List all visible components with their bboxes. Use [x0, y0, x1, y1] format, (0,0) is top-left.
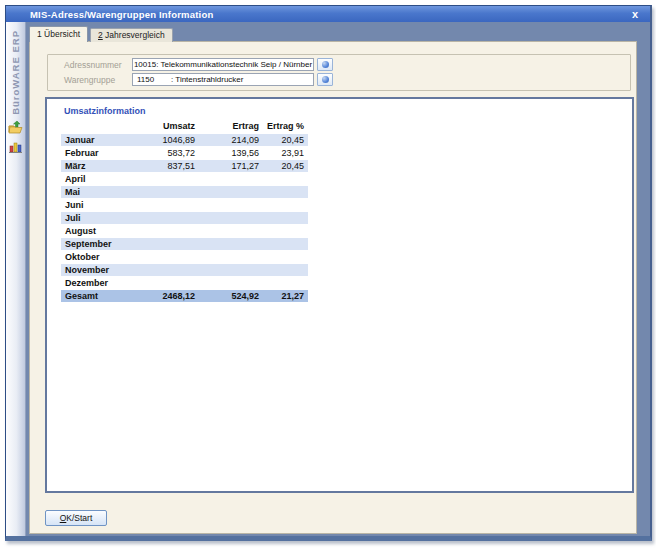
ertrag-cell [199, 173, 263, 185]
warengruppe-row: Warengruppe 1150 : Tintenstrahldrucker [48, 73, 630, 86]
chart-icon[interactable] [7, 139, 24, 155]
ertrag-pct-cell [263, 251, 308, 263]
table-row: Juli [61, 212, 308, 224]
ertrag-cell [199, 212, 263, 224]
ertrag-cell [199, 199, 263, 211]
table-row: Juni [61, 199, 308, 211]
lookup-orb-icon [322, 61, 329, 68]
umsatz-cell [139, 264, 199, 276]
umsatz-cell [139, 238, 199, 250]
month-cell: Juli [61, 212, 139, 224]
ertrag-cell: 524,92 [199, 290, 263, 302]
month-cell: April [61, 173, 139, 185]
adressnummer-row: Adressnummer 10015: Telekommunikationste… [48, 58, 630, 71]
ertrag-pct-cell [263, 277, 308, 289]
umsatz-cell [139, 212, 199, 224]
table-row: Mai [61, 186, 308, 198]
umsatz-cell [139, 277, 199, 289]
month-cell: November [61, 264, 139, 276]
month-cell: September [61, 238, 139, 250]
ertrag-pct-cell: 20,45 [263, 160, 308, 172]
brand-sidebar: BüroWARE ERP [6, 22, 26, 536]
table-row: Februar 583,72 139,56 23,91 [61, 147, 308, 159]
warengruppe-label: Warengruppe [64, 75, 132, 85]
umsatz-cell [139, 173, 199, 185]
content-panel: Adressnummer 10015: Telekommunikationste… [29, 41, 637, 534]
titlebar: MIS-Adress/Warengruppen Information x [6, 6, 650, 22]
umsatz-cell: 1046,89 [139, 134, 199, 146]
ertrag-pct-cell [263, 199, 308, 211]
table-row: Gesamt 2468,12 524,92 21,27 [61, 290, 308, 302]
table-row: September [61, 238, 308, 250]
lookup-orb-icon [322, 76, 329, 83]
ertrag-cell: 139,56 [199, 147, 263, 159]
month-cell: Mai [61, 186, 139, 198]
ertrag-cell [199, 277, 263, 289]
month-cell: Juni [61, 199, 139, 211]
umsatz-cell: 583,72 [139, 147, 199, 159]
ertrag-pct-cell: 23,91 [263, 147, 308, 159]
month-cell: August [61, 225, 139, 237]
ertrag-pct-cell: 20,45 [263, 134, 308, 146]
ertrag-pct-cell [263, 212, 308, 224]
table-row: November [61, 264, 308, 276]
col-header-umsatz: Umsatz [139, 120, 199, 132]
tab-bar: 1 Übersicht 2 Jahresvergleich [29, 26, 173, 42]
ok-start-button[interactable]: OK/Start [45, 510, 107, 526]
open-folder-icon[interactable] [7, 119, 24, 135]
table-row: August [61, 225, 308, 237]
table-row: April [61, 173, 308, 185]
month-cell: März [61, 160, 139, 172]
ertrag-pct-cell [263, 186, 308, 198]
tab-uebersicht[interactable]: 1 Übersicht [29, 26, 88, 42]
col-header-ertrag-pct: Ertrag % [263, 120, 308, 132]
month-cell: Gesamt [61, 290, 139, 302]
ertrag-pct-cell: 21,27 [263, 290, 308, 302]
ertrag-cell: 214,09 [199, 134, 263, 146]
ertrag-cell [199, 251, 263, 263]
ertrag-cell [199, 264, 263, 276]
ertrag-cell: 171,27 [199, 160, 263, 172]
table-row: Dezember [61, 277, 308, 289]
app-window: MIS-Adress/Warengruppen Information x Bü… [5, 5, 652, 541]
table-body: Januar 1046,89 214,09 20,45 Februar 583,… [61, 134, 308, 302]
adressnummer-field[interactable]: 10015: Telekommunikationstechnik Seip / … [132, 58, 314, 71]
window-body: BüroWARE ERP 1 Übersicht [6, 22, 650, 536]
tab-jahresvergleich[interactable]: 2 Jahresvergleich [90, 28, 173, 42]
month-cell: Februar [61, 147, 139, 159]
umsatz-cell: 837,51 [139, 160, 199, 172]
ertrag-pct-cell [263, 225, 308, 237]
umsatz-cell: 2468,12 [139, 290, 199, 302]
adressnummer-label: Adressnummer [64, 60, 132, 70]
table-row: Oktober [61, 251, 308, 263]
month-cell: Januar [61, 134, 139, 146]
warengruppe-field[interactable]: 1150 : Tintenstrahldrucker [132, 73, 314, 86]
umsatz-cell [139, 186, 199, 198]
month-cell: Oktober [61, 251, 139, 263]
month-cell: Dezember [61, 277, 139, 289]
col-header-ertrag: Ertrag [199, 120, 263, 132]
ertrag-cell [199, 186, 263, 198]
umsatz-cell [139, 225, 199, 237]
adressnummer-lookup-button[interactable] [317, 58, 333, 71]
ertrag-pct-cell [263, 238, 308, 250]
ertrag-cell [199, 225, 263, 237]
ertrag-pct-cell [263, 264, 308, 276]
table-row: Januar 1046,89 214,09 20,45 [61, 134, 308, 146]
table-header-row: Umsatz Ertrag Ertrag % [61, 120, 308, 132]
window-title: MIS-Adress/Warengruppen Information [6, 9, 213, 20]
umsatz-table: Umsatz Ertrag Ertrag % Januar 1046,89 21… [61, 120, 308, 303]
selection-groupbox: Adressnummer 10015: Telekommunikationste… [47, 54, 631, 91]
umsatz-cell [139, 251, 199, 263]
umsatz-cell [139, 199, 199, 211]
warengruppe-lookup-button[interactable] [317, 73, 333, 86]
umsatz-report-panel: Umsatzinformation Umsatz Ertrag Ertrag %… [45, 97, 634, 493]
brand-vertical-label: BüroWARE ERP [10, 30, 21, 115]
table-row: März 837,51 171,27 20,45 [61, 160, 308, 172]
report-title: Umsatzinformation [64, 106, 146, 116]
ertrag-cell [199, 238, 263, 250]
ertrag-pct-cell [263, 173, 308, 185]
close-icon[interactable]: x [628, 7, 642, 21]
